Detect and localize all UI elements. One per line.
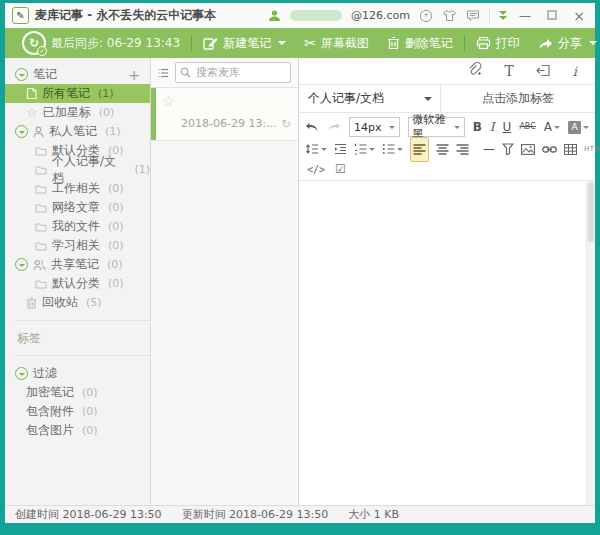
delete-note-button[interactable]: 删除笔记 (378, 28, 462, 58)
sidebar-filter-attachments[interactable]: 包含附件 (0) (5, 402, 150, 421)
editor-scrollbar[interactable] (586, 181, 595, 505)
chevron-down-icon (321, 148, 327, 151)
line-height-button[interactable] (305, 143, 327, 155)
insert-table-button[interactable] (564, 144, 577, 155)
search-box[interactable] (175, 62, 291, 83)
new-note-dropdown-icon[interactable] (278, 41, 286, 45)
attach-file-icon[interactable] (467, 62, 482, 81)
share-icon (538, 37, 553, 50)
titlebar-separator (489, 9, 490, 23)
bullet-list-button[interactable] (382, 143, 403, 155)
print-button[interactable]: 打印 (467, 28, 529, 58)
sidebar-item-shared-notes[interactable]: 共享笔记 (0) (5, 255, 150, 274)
strikethrough-button[interactable]: ABC (519, 123, 535, 131)
underline-button[interactable]: U (503, 121, 512, 133)
feedback-icon[interactable] (466, 9, 480, 22)
format-painter-button[interactable] (502, 143, 514, 155)
editor-content[interactable] (299, 181, 595, 505)
note-sync-icon: ↻ (281, 117, 291, 131)
sidebar-folder[interactable]: 工作相关 (0) (5, 179, 150, 198)
note-page-icon (26, 87, 37, 100)
minimize-button[interactable]: — (516, 7, 534, 25)
editor-top-icons: T i (299, 58, 595, 85)
sidebar-folder[interactable]: 默认分类 (0) (5, 274, 150, 293)
sidebar-item-all-notes[interactable]: 所有笔记 (1) (5, 84, 150, 103)
folder-icon (35, 203, 47, 213)
chevron-down-icon (554, 126, 560, 129)
app-logo-icon: ✎ (12, 7, 29, 24)
folder-icon (35, 146, 47, 156)
sidebar-divider (15, 355, 150, 356)
font-size-select[interactable]: 14px (349, 117, 400, 137)
sidebar-section-filter[interactable]: 过滤 (5, 364, 150, 383)
sidebar-divider (15, 320, 150, 321)
redo-icon[interactable] (327, 122, 341, 133)
code-block-button[interactable]: </> (307, 164, 325, 175)
scrollbar-thumb[interactable] (588, 182, 594, 242)
note-list-item[interactable]: ☆ 2018-06-29 13:... ↻ (151, 88, 298, 141)
note-title-icon[interactable]: T (504, 63, 513, 79)
sidebar-folder[interactable]: 我的文件 (0) (5, 217, 150, 236)
sidebar-filter-images[interactable]: 包含图片 (0) (5, 421, 150, 440)
chevron-down-circle-icon[interactable] (15, 68, 28, 81)
sidebar-folder[interactable]: 网络文章 (0) (5, 198, 150, 217)
indent-button[interactable] (334, 143, 347, 155)
bold-button[interactable]: B (473, 121, 482, 133)
sidebar-item-starred[interactable]: ☆ 已加星标 (0) (5, 103, 150, 122)
horizontal-rule-button[interactable]: — (483, 143, 495, 155)
ordered-list-button[interactable] (354, 143, 375, 155)
new-note-icon (203, 36, 218, 51)
folder-icon (35, 165, 47, 175)
editor-panel: T i 个人记事/文档 点击添加标签 (299, 58, 595, 505)
promo-icon[interactable] (419, 9, 433, 23)
chevron-down-circle-icon[interactable] (15, 258, 28, 271)
sidebar-item-private-notes[interactable]: 私人笔记 (1) (5, 122, 150, 141)
star-icon[interactable]: ☆ (162, 93, 175, 109)
format-toolbar: 14px 微软雅黑 B I U ABC A A (299, 113, 595, 181)
created-time: 创建时间 2018-06-29 13:50 (15, 507, 162, 522)
font-color-button[interactable]: A (544, 121, 560, 133)
collapse-window-icon[interactable] (499, 11, 507, 20)
align-right-button[interactable] (456, 144, 469, 155)
theme-skin-icon[interactable] (442, 9, 457, 22)
sidebar-item-trash[interactable]: 回收站 (5) (5, 293, 150, 312)
screenshot-button[interactable]: ✂ 屏幕截图 (295, 28, 378, 58)
highlight-color-button[interactable]: A (568, 121, 589, 134)
app-window: ✎ 麦库记事 - 永不丢失的云中记事本 @126.com — × (5, 3, 595, 523)
align-left-button[interactable] (410, 137, 429, 162)
list-view-icon[interactable] (158, 67, 169, 79)
new-note-button[interactable]: 新建笔记 (194, 28, 295, 58)
font-family-select[interactable]: 微软雅黑 (408, 117, 465, 137)
insert-link-button[interactable] (542, 145, 557, 154)
insert-image-button[interactable] (521, 144, 535, 155)
account-email-domain: @126.com (351, 9, 410, 22)
sidebar-filter-encrypted[interactable]: 加密笔记 (0) (5, 383, 150, 402)
sidebar-folder[interactable]: 学习相关 (0) (5, 236, 150, 255)
sync-status[interactable]: ↻✓ 最后同步: 06-29 13:43 (13, 28, 189, 58)
undo-icon[interactable] (305, 122, 319, 133)
html-mode-button[interactable]: HTML (584, 145, 600, 153)
notebook-select[interactable]: 个人记事/文档 (299, 85, 441, 112)
folder-icon (35, 279, 47, 289)
align-center-button[interactable] (436, 144, 449, 155)
chevron-down-circle-icon[interactable] (15, 367, 28, 380)
sidebar-section-notes[interactable]: 笔记 + (5, 65, 150, 84)
search-input[interactable] (194, 65, 286, 80)
chevron-down-icon (424, 97, 432, 101)
sidebar-folder[interactable]: 个人记事/文档 (1) (5, 160, 150, 179)
add-tag-field[interactable]: 点击添加标签 (441, 85, 595, 112)
export-note-icon[interactable] (536, 62, 551, 81)
note-info-icon[interactable]: i (573, 64, 577, 79)
add-notebook-button[interactable]: + (128, 68, 140, 82)
todo-checkbox-button[interactable]: ☑ (335, 162, 346, 176)
close-button[interactable]: × (570, 7, 588, 25)
maximize-button[interactable] (543, 7, 561, 25)
trash-icon (26, 297, 37, 309)
share-dropdown-icon[interactable] (589, 41, 597, 45)
share-button[interactable]: 分享 (529, 28, 600, 58)
note-list-panel: ☆ 2018-06-29 13:... ↻ (151, 58, 299, 505)
chevron-down-circle-icon[interactable] (15, 125, 28, 138)
italic-button[interactable]: I (490, 121, 495, 133)
sidebar-section-tags[interactable]: 标签 (5, 329, 150, 347)
folder-icon (35, 222, 47, 232)
